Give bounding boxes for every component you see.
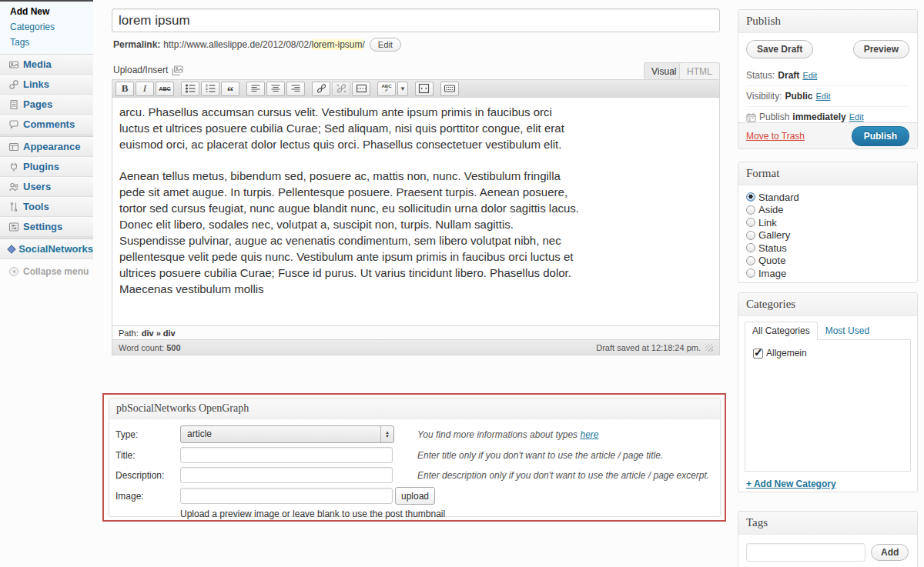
tools-icon [5,202,22,212]
edit-schedule-link[interactable]: Edit [849,112,864,122]
category-item-allgemein[interactable]: Allgemein [753,348,902,359]
format-option-image[interactable]: Image [746,267,909,280]
sidebar-item-label: Links [23,78,49,90]
posts-submenu: Add New Categories Tags [0,2,93,55]
format-option-link[interactable]: Link [746,216,909,229]
add-tag-button[interactable]: Add [871,544,909,561]
format-option-gallery[interactable]: Gallery [746,229,909,242]
socialnetworks-icon [5,244,17,255]
edit-status-link[interactable]: Edit [802,71,817,80]
sidebar-item-label: Pages [23,98,52,110]
tab-visual[interactable]: Visual [644,62,684,80]
sidebar-item-comments[interactable]: Comments [0,115,93,135]
sidebar-item-label: Plugins [23,161,59,172]
spellcheck-button[interactable]: ABC✓ [377,82,396,96]
sidebar-item-add-new[interactable]: Add New [0,4,93,19]
radio-icon [746,218,755,227]
strikethrough-button[interactable]: ABC [156,82,174,96]
format-option-quote[interactable]: Quote [746,255,909,268]
users-icon [5,182,22,192]
editor-body[interactable]: arcu. Phasellus accumsan cursus velit. V… [112,98,720,325]
plugins-icon [5,162,22,172]
radio-icon [746,256,755,265]
sidebar-item-label: Appearance [23,141,80,152]
sidebar-item-socialnetworks[interactable]: SocialNetworks [0,239,93,259]
sidebar-item-settings[interactable]: Settings [0,217,93,237]
category-list: Allgemein [745,339,911,472]
checkbox-checked-icon [753,349,763,359]
collapse-menu-label: Collapse menu [23,266,89,277]
insert-link-button[interactable] [312,82,330,96]
spellcheck-dropdown-icon[interactable]: ▼ [397,82,408,96]
format-option-aside[interactable]: Aside [746,204,909,217]
add-new-category-link[interactable]: + Add New Category [746,479,836,489]
path-label: Path: [119,329,139,338]
edit-visibility-link[interactable]: Edit [815,92,830,101]
collapse-menu-button[interactable]: Collapse menu [0,266,93,277]
sidebar-item-categories[interactable]: Categories [0,19,93,35]
numbered-list-button[interactable] [201,82,219,96]
sidebar-item-tools[interactable]: Tools [0,197,93,217]
permalink-url: http://www.alleslippe.de/2012/08/02/lore… [163,39,365,50]
sidebar-item-pages[interactable]: Pages [0,95,93,115]
align-right-button[interactable] [286,82,305,96]
format-option-standard[interactable]: Standard [746,191,909,204]
calendar-icon [746,112,756,122]
pages-icon [5,99,22,110]
tab-all-categories[interactable]: All Categories [745,322,818,340]
editor-path-bar: Path: div » div [112,325,720,339]
radio-icon [746,205,755,215]
unlink-button[interactable] [332,82,350,96]
sidebar-item-users[interactable]: Users [0,177,93,197]
sidebar-item-label: SocialNetworks [18,243,93,255]
format-option-status[interactable]: Status [746,242,909,255]
preview-button[interactable]: Preview [853,40,909,58]
format-box-title: Format [738,162,917,185]
align-center-button[interactable] [266,82,285,96]
sidebar-item-media[interactable]: Media [0,55,93,75]
sidebar-item-plugins[interactable]: Plugins [0,157,93,177]
post-title-input[interactable] [112,8,720,32]
sidebar-item-label: Settings [23,221,62,232]
links-icon [5,79,22,90]
blockquote-button[interactable]: “ [221,82,239,96]
tags-box-title: Tags [738,512,917,535]
italic-button[interactable]: I [136,82,154,96]
tags-input[interactable] [746,543,865,562]
collapse-arrow-icon [5,266,22,277]
sidebar-item-label: Users [23,181,51,192]
sidebar-item-appearance[interactable]: Appearance [0,137,93,157]
bold-button[interactable]: B [116,82,134,96]
more-tag-button[interactable] [352,82,370,96]
add-media-icon[interactable] [172,65,183,75]
comments-icon [5,119,22,130]
visibility-value: Public [785,91,812,102]
publish-button[interactable]: Publish [852,126,909,146]
kitchen-sink-button[interactable] [440,82,459,96]
radio-icon [746,231,755,240]
tab-html[interactable]: HTML [679,62,720,80]
sidebar-item-links[interactable]: Links [0,75,93,95]
radio-icon [746,243,755,252]
editor-resize-handle[interactable] [705,344,713,352]
permalink-edit-button[interactable]: Edit [370,38,401,52]
align-left-button[interactable] [246,82,265,96]
editor-status-bar: Word count: 500 Draft saved at 12:18:24 … [112,339,720,355]
permalink-row: Permalink: http://www.alleslippe.de/2012… [113,38,401,52]
tab-most-used[interactable]: Most Used [818,322,877,339]
status-row: Status:Draft Edit [746,65,909,85]
editor-toolbar: B I ABC “ ABC✓ ▼ [112,79,720,98]
fullscreen-button[interactable] [415,82,434,96]
upload-insert-row: Upload/Insert [113,65,183,75]
settings-icon [5,222,22,232]
word-count: Word count: 500 [119,343,181,352]
save-draft-button[interactable]: Save Draft [746,40,813,58]
bullet-list-button[interactable] [181,82,199,96]
sidebar-item-label: Comments [23,118,75,130]
sidebar-item-tags[interactable]: Tags [0,35,93,50]
permalink-slug: lorem-ipsum [312,39,363,50]
publish-box: Publish Save Draft Preview Status:Draft … [738,9,918,149]
tags-box: Tags Add [738,511,918,567]
move-to-trash-link[interactable]: Move to Trash [746,131,805,142]
schedule-value: immediately [792,112,845,122]
